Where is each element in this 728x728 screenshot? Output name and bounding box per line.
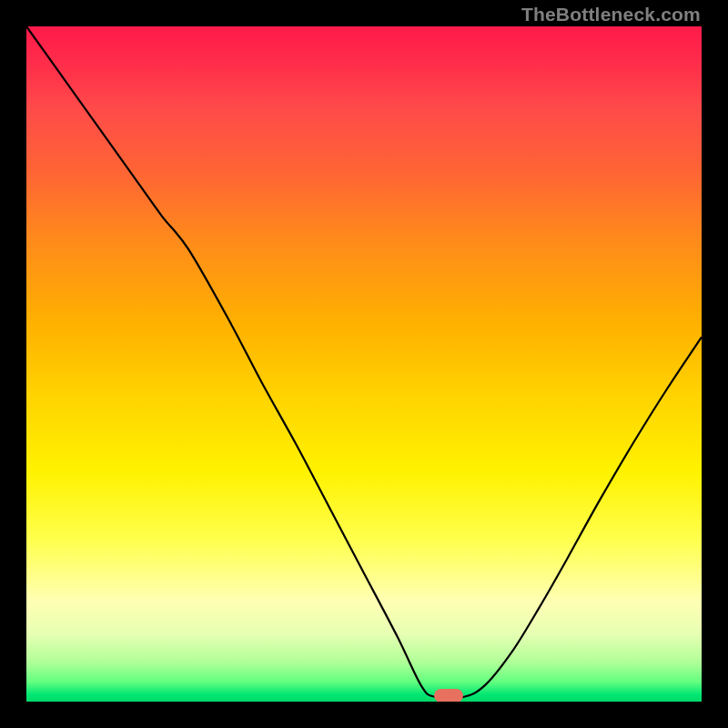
- frame-bottom: [0, 702, 728, 728]
- heat-gradient: [26, 26, 702, 702]
- watermark-text: TheBottleneck.com: [521, 4, 701, 25]
- frame-right: [702, 0, 728, 728]
- optimum-marker: [434, 689, 463, 703]
- chart-stage: TheBottleneck.com: [0, 0, 728, 728]
- frame-left: [0, 0, 26, 728]
